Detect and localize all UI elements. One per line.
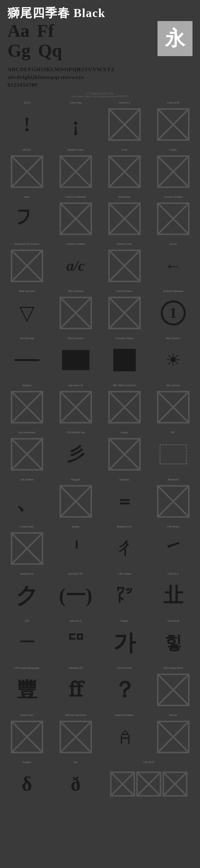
cell-label: Kangxi [121, 431, 128, 434]
grid-cell-bopomofo-ext: Bopomofo Ext ㄔ [100, 523, 149, 570]
cell-symbol: ＝ [106, 483, 143, 520]
cell-label: Hiragana [71, 478, 80, 481]
cell-label: Block Elements [68, 337, 84, 340]
grid-cell-ctrl-pics: Control Pictures [100, 288, 149, 335]
grid-cell-linear-b: Linear B Syllabary 𐀁 [100, 712, 149, 759]
dashes-icon [160, 444, 187, 464]
cell-label: Jamo Ext A [70, 619, 81, 622]
cell-symbol: 彡 [57, 435, 94, 473]
header-section: 獅尾四季春 Black Aa Ff Gg Qq 永 ABCDEFGHIJKLMN… [0, 0, 200, 99]
placeholder-box [11, 438, 43, 471]
cell-symbol [57, 341, 94, 379]
cell-label: Dingbats [22, 384, 31, 387]
alphabet-lower: abcdefghijklmnopqrstuvwxyz [7, 73, 193, 81]
grid-cell-katakana-ext: Katakana Ext ク [2, 570, 51, 617]
arrow-left-icon: ← [164, 256, 182, 276]
cjk-sample: 永 [158, 21, 193, 56]
sogdian-icon: δ [22, 773, 32, 795]
cell-label: Misc Technical [68, 290, 83, 293]
cell-symbol [8, 389, 46, 426]
cell-symbol: ㍗ [106, 577, 143, 614]
grid-cell-cjk-sym: CJK Symbols 、 [2, 476, 51, 523]
grid-row-3: Jamo ᄀ Latin Ext Additional Punctuation … [2, 193, 198, 241]
cell-label: Compat Jamo [20, 525, 34, 528]
cell-label: Shavian [169, 714, 177, 717]
digits: 0123456789 [7, 81, 193, 89]
grid-cell-cjk-radicals: CJK Radicals Sup 彡 [51, 429, 100, 476]
cell-symbol [155, 153, 192, 190]
placeholder-box [59, 203, 92, 235]
cell-label: Vertical Forms [117, 666, 132, 670]
cell-symbol [106, 106, 143, 143]
cell-label: Jamo [24, 195, 30, 198]
cell-symbol: 힣 [155, 624, 192, 661]
ga-icon: 가 [113, 627, 136, 658]
grid-cell-alpha-pf: Alphabetic PF ﬀ [51, 664, 100, 712]
copyright: © Design by fontke.com [86, 92, 114, 95]
cell-symbol [57, 483, 94, 520]
grid-cell-kanbun: Kanbun ㆐ [51, 523, 100, 570]
placeholder-box [59, 721, 92, 753]
ac-icon: a/c [67, 257, 85, 274]
cell-symbol: ク [8, 577, 46, 614]
cjk-ext-a-icon: 㐀 [163, 582, 183, 609]
grid-cell-sarc: Sarc ð [51, 759, 100, 806]
cjk-strokes-icon: ㇀ [163, 535, 183, 562]
cell-label: Control Pictures [116, 290, 132, 293]
cell-label: Alphabetic PF [69, 666, 83, 670]
placeholder-box [11, 155, 43, 188]
cell-symbol: 豐 [8, 671, 46, 709]
grid-row-10: Compat Jamo Kanbun ㆐ Bopomofo Ext ㄔ CJK … [2, 523, 198, 570]
placeholder-box [157, 155, 190, 188]
grid-row-9: CJK Symbols 、 Hiragana Katakana ＝ Bopomo… [2, 476, 198, 523]
cell-symbol: 가 [106, 624, 143, 661]
source-label: Font Source: http://www.fontke.com/font/… [71, 95, 129, 98]
grid-cell-ascii: ASCII ! [2, 99, 51, 146]
comma-icon: 、 [16, 486, 38, 517]
ff-icon: ﬀ [69, 678, 83, 701]
cell-label: Small Forms [21, 714, 33, 717]
cell-label: Katakana Ext [20, 572, 34, 575]
sample-qq: Qq [38, 41, 62, 61]
placeholder-box [108, 108, 141, 141]
cell-label: Katakana [120, 478, 129, 481]
cell-symbol [106, 294, 143, 332]
unicode-grid: ASCII ! Latin 1 Sup ¡ Latin Ext A Latin … [0, 99, 200, 806]
cell-symbol [8, 718, 46, 756]
cell-symbol: ▽ [8, 294, 46, 332]
cell-symbol [106, 200, 143, 238]
cell-symbol [57, 389, 94, 426]
placeholder-box [157, 203, 190, 235]
cell-symbol [106, 389, 143, 426]
sarc-icon: ð [71, 773, 81, 795]
cell-symbol: δ [8, 765, 46, 803]
cell-label: Arrows [169, 243, 177, 246]
grid-cell-punctuation: Punctuation [100, 193, 149, 241]
cjk-dash-icon: 一 [19, 632, 35, 653]
cell-label: Jamo Ext B [167, 619, 179, 622]
grid-cell-ipa: IPA Ext [2, 146, 51, 193]
cell-label: CJK Radicals Sup [67, 431, 85, 434]
cell-label: Greek [121, 148, 127, 151]
cell-label: Number Forms [117, 243, 132, 246]
grid-cell-enclosed-alpha: Enclosed Alphanum 1 [149, 288, 198, 335]
grid-cell-cjk-ext-a: CJK Ext A 㐀 [149, 570, 198, 617]
cell-symbol [106, 341, 143, 379]
cell-label: Enclosed Alphanum [163, 290, 183, 293]
placeholder-box [108, 391, 141, 424]
sun-icon: ☀ [165, 350, 181, 370]
down-tri-icon: ▽ [19, 301, 35, 324]
cell-label: Diacriticals For Symbols [14, 243, 40, 246]
cell-label: CJK Compat Forms [163, 666, 183, 670]
placeholder-box [136, 772, 161, 797]
placeholder-box [59, 391, 92, 424]
cell-symbol: 𐀁 [106, 718, 143, 756]
cell-label: Half And Full Forms [65, 714, 86, 717]
cell-label: CJK [25, 619, 29, 622]
cell-symbol [8, 247, 46, 285]
cell-symbol: ﬀ [57, 671, 94, 709]
cell-symbol: (一) [57, 577, 94, 614]
grid-row-7: Dingbats Sup Arrows B Misc Math Symbols … [2, 382, 198, 429]
cell-symbol: ꥠ [57, 624, 94, 661]
cell-label: Bopomofo [168, 478, 178, 481]
